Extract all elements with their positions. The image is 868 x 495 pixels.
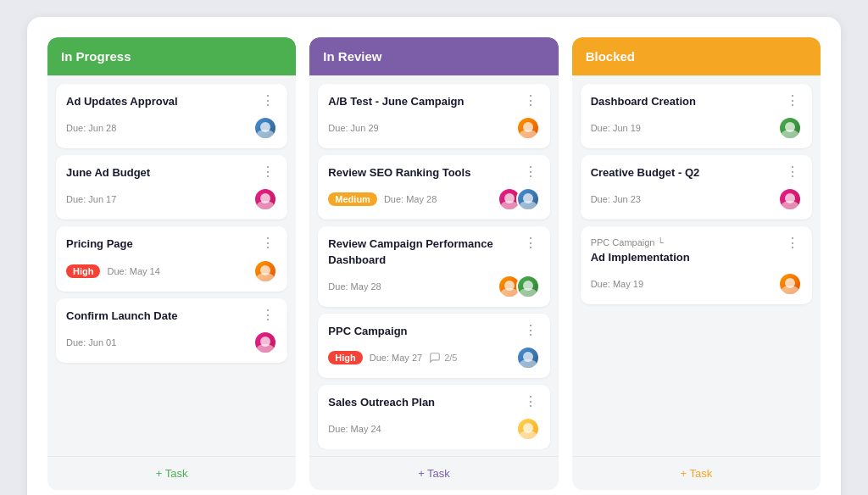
- card-menu-button[interactable]: ⋮: [522, 236, 540, 250]
- column-body-blocked: Dashboard Creation⋮Due: Jun 19Creative B…: [572, 75, 821, 449]
- subtask-count: 2/5: [429, 352, 457, 364]
- task-card[interactable]: Review SEO Ranking Tools⋮MediumDue: May …: [318, 155, 549, 220]
- avatar-group: [498, 275, 540, 298]
- avatar-group: [778, 116, 802, 140]
- card-title: Confirm Launch Date: [66, 309, 254, 324]
- card-menu-button[interactable]: ⋮: [784, 94, 802, 108]
- card-title: PPC Campaign └ Ad Implementation: [591, 236, 779, 265]
- column-body-in-review: A/B Test - June Campaign⋮Due: Jun 29Revi…: [309, 75, 558, 449]
- card-title: Creative Budget - Q2: [591, 165, 779, 181]
- card-title: Sales Outreach Plan: [328, 395, 516, 410]
- avatar: [778, 187, 802, 211]
- column-header-in-review: In Review: [309, 37, 558, 75]
- card-menu-button[interactable]: ⋮: [259, 309, 277, 322]
- card-menu-button[interactable]: ⋮: [784, 165, 802, 179]
- avatar-group: [498, 187, 540, 211]
- task-card[interactable]: A/B Test - June Campaign⋮Due: Jun 29: [318, 84, 549, 148]
- task-card[interactable]: Pricing Page⋮HighDue: May 14: [56, 226, 287, 291]
- avatar-group: [516, 116, 540, 140]
- priority-badge: High: [66, 264, 100, 278]
- avatar: [516, 417, 540, 441]
- task-card[interactable]: Dashboard Creation⋮Due: Jun 19: [581, 84, 812, 148]
- avatar: [516, 275, 540, 298]
- kanban-board: In ProgressAd Updates Approval⋮Due: Jun …: [27, 17, 841, 495]
- task-card[interactable]: Sales Outreach Plan⋮Due: May 24: [318, 385, 549, 449]
- due-date: Due: May 14: [107, 266, 159, 276]
- task-card[interactable]: PPC Campaign⋮HighDue: May 27 2/5: [318, 314, 549, 378]
- avatar: [516, 187, 540, 211]
- card-title: PPC Campaign: [328, 324, 516, 339]
- card-menu-button[interactable]: ⋮: [522, 324, 540, 337]
- due-date: Due: May 28: [328, 281, 381, 292]
- card-title: Dashboard Creation: [591, 94, 779, 109]
- card-title: Ad Updates Approval: [66, 94, 254, 109]
- avatar-group: [778, 187, 802, 211]
- due-date: Due: May 27: [370, 353, 422, 363]
- column-in-review: In ReviewA/B Test - June Campaign⋮Due: J…: [309, 37, 558, 490]
- card-title: June Ad Budget: [66, 165, 254, 181]
- due-date: Due: May 24: [328, 424, 381, 434]
- due-date: Due: Jun 01: [66, 337, 116, 348]
- due-date: Due: Jun 23: [591, 194, 641, 204]
- task-card[interactable]: Review Campaign Performance Dashboard⋮Du…: [318, 226, 549, 306]
- add-task-button[interactable]: + Task: [680, 467, 712, 480]
- card-menu-button[interactable]: ⋮: [522, 94, 540, 108]
- task-card[interactable]: PPC Campaign └ Ad Implementation⋮Due: Ma…: [581, 226, 812, 304]
- add-task-button[interactable]: + Task: [418, 467, 450, 480]
- avatar-group: [516, 417, 540, 441]
- card-menu-button[interactable]: ⋮: [522, 395, 540, 409]
- avatar: [778, 116, 802, 140]
- avatar: [516, 346, 540, 370]
- priority-badge: Medium: [328, 192, 377, 206]
- column-blocked: BlockedDashboard Creation⋮Due: Jun 19Cre…: [572, 37, 821, 490]
- avatar-group: [778, 272, 802, 296]
- card-title: A/B Test - June Campaign: [328, 94, 516, 109]
- card-menu-button[interactable]: ⋮: [259, 165, 277, 179]
- priority-badge: High: [328, 351, 362, 364]
- card-menu-button[interactable]: ⋮: [259, 236, 277, 250]
- avatar: [778, 272, 802, 296]
- due-date: Due: Jun 29: [328, 123, 378, 133]
- avatar: [253, 331, 277, 354]
- avatar-group: [253, 187, 277, 211]
- column-footer-blocked: + Task: [572, 456, 821, 490]
- due-date: Due: Jun 28: [66, 123, 116, 133]
- column-footer-in-review: + Task: [309, 456, 558, 490]
- subtask-parent: PPC Campaign └: [591, 236, 779, 249]
- card-menu-button[interactable]: ⋮: [522, 165, 540, 179]
- avatar: [516, 116, 540, 140]
- card-menu-button[interactable]: ⋮: [784, 236, 802, 250]
- card-title: Review SEO Ranking Tools: [328, 165, 516, 181]
- avatar-group: [253, 259, 277, 283]
- task-card[interactable]: Ad Updates Approval⋮Due: Jun 28: [56, 84, 287, 148]
- avatar-group: [253, 116, 277, 140]
- due-date: Due: May 28: [384, 194, 437, 204]
- add-task-button[interactable]: + Task: [156, 467, 188, 480]
- card-title: Pricing Page: [66, 236, 254, 252]
- due-date: Due: Jun 19: [591, 123, 641, 133]
- card-menu-button[interactable]: ⋮: [259, 94, 277, 108]
- task-card[interactable]: Creative Budget - Q2⋮Due: Jun 23: [581, 155, 812, 220]
- avatar: [253, 259, 277, 283]
- task-card[interactable]: June Ad Budget⋮Due: Jun 17: [56, 155, 287, 220]
- column-header-in-progress: In Progress: [47, 37, 296, 75]
- card-title: Review Campaign Performance Dashboard: [328, 236, 516, 267]
- column-in-progress: In ProgressAd Updates Approval⋮Due: Jun …: [47, 37, 296, 490]
- avatar-group: [516, 346, 540, 370]
- avatar: [253, 187, 277, 211]
- avatar: [253, 116, 277, 140]
- due-date: Due: May 19: [591, 279, 643, 289]
- column-header-blocked: Blocked: [572, 37, 821, 75]
- column-body-in-progress: Ad Updates Approval⋮Due: Jun 28June Ad B…: [47, 75, 296, 449]
- due-date: Due: Jun 17: [66, 194, 116, 204]
- column-footer-in-progress: + Task: [47, 456, 296, 490]
- avatar-group: [253, 331, 277, 354]
- task-card[interactable]: Confirm Launch Date⋮Due: Jun 01: [56, 298, 287, 363]
